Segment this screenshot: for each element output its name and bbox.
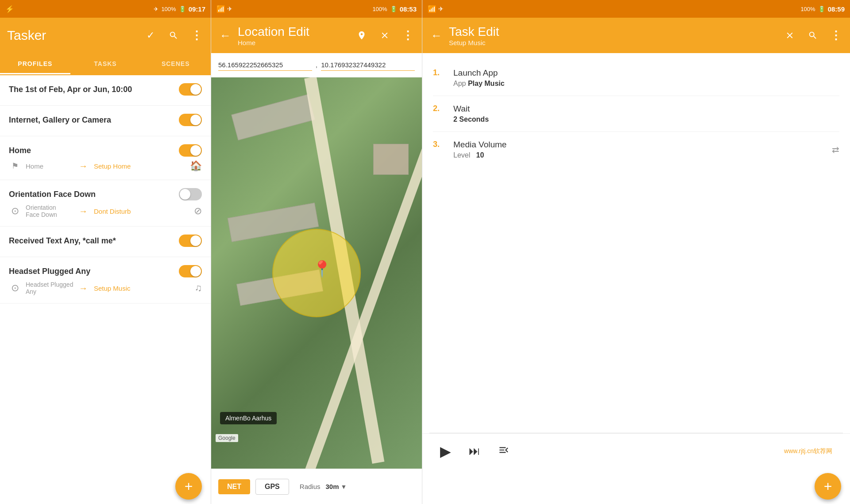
battery-text-1: 100%	[161, 6, 176, 12]
task-detail-value: Play Music	[468, 80, 505, 87]
search-icon-3[interactable]	[806, 28, 820, 42]
more-icon-2[interactable]: ⋮	[401, 28, 415, 42]
battery-text-3: 100%	[800, 6, 815, 12]
task-detail-value: 2 Seconds	[453, 115, 489, 123]
playlist-icon: ♫	[195, 282, 202, 294]
flag-icon: ⚑	[9, 161, 21, 171]
home-icon: 🏠	[190, 160, 202, 172]
task-item[interactable]: 2. Wait 2 Seconds	[422, 96, 850, 131]
fab-area-3: +	[422, 469, 850, 504]
profile-name: Received Text Any, *call me*	[9, 236, 116, 246]
tab-tasks[interactable]: TASKS	[70, 53, 141, 74]
time-2: 08:53	[400, 5, 417, 13]
panel-tasker: ⚡ ✈ 100% 🔋 09:17 Tasker ✓ ⋮ PROFILES TAS…	[0, 0, 211, 504]
task-detail-prefix: Level	[453, 151, 470, 159]
profile-name: Home	[9, 146, 31, 155]
list-item[interactable]: Home ⚑ Home → Setup Home 🏠	[0, 136, 211, 180]
task-title: Wait	[453, 104, 839, 114]
toggle-profile-3[interactable]	[179, 144, 202, 157]
status-bar-right-2: 100% 🔋 08:53	[372, 5, 417, 13]
list-item[interactable]: Internet, Gallery or Camera	[0, 106, 211, 136]
status-bar-left-2: 📶 ✈	[216, 5, 369, 13]
status-bar-3: 📶 ✈ 100% 🔋 08:59	[422, 0, 850, 18]
map-view[interactable]: 📍 AlmenBo Aarhus Google	[211, 77, 422, 469]
task-title: Media Volume	[453, 140, 825, 150]
status-bar-right-1: ✈ 100% 🔋 09:17	[154, 5, 205, 13]
location-pin: 📍	[312, 260, 332, 278]
google-label: Google	[216, 434, 238, 442]
net-button[interactable]: NET	[218, 479, 250, 494]
close-icon-2[interactable]	[378, 28, 392, 42]
add-task-button[interactable]: +	[815, 473, 841, 500]
battery-icon-3: 🔋	[818, 6, 825, 12]
back-button-3[interactable]: ←	[429, 28, 444, 42]
lat-input[interactable]	[218, 59, 312, 71]
swap-icon: ⇄	[832, 144, 839, 155]
app-bar-2: ← Location Edit Home ⋮	[211, 18, 422, 53]
arrow-icon: →	[79, 161, 88, 171]
playlist-button[interactable]	[498, 444, 510, 458]
app-bar-icons-3: ⋮	[783, 28, 843, 42]
toggle-profile-4[interactable]	[179, 188, 202, 200]
location-pin-icon[interactable]	[355, 28, 369, 42]
title-group-2: Location Edit Home	[238, 25, 355, 46]
more-icon-3[interactable]: ⋮	[829, 28, 843, 42]
playback-bar: ▶ ⏭ www.rjtj.cn软荐网	[422, 433, 850, 469]
back-button-2[interactable]: ←	[218, 28, 232, 42]
task-list: 1. Launch App App Play Music 2. Wait 2 S…	[422, 53, 850, 433]
list-item[interactable]: The 1st of Feb, Apr or Jun, 10:00	[0, 75, 211, 106]
check-icon[interactable]: ✓	[143, 28, 158, 42]
more-icon-1[interactable]: ⋮	[189, 28, 204, 42]
tabs-bar: PROFILES TASKS SCENES	[0, 53, 211, 75]
app-title: Tasker	[7, 28, 143, 43]
play-button[interactable]: ▶	[440, 443, 451, 460]
profile-name: Headset Plugged Any	[9, 267, 90, 276]
airplane-icon-3: ✈	[438, 5, 444, 12]
profile-detail-label: OrientationFace Down	[26, 204, 74, 218]
task-title: Launch App	[453, 68, 839, 78]
task-number: 2.	[433, 104, 446, 113]
bolt-icon-1: ⚡	[5, 5, 14, 13]
time-1: 09:17	[189, 5, 205, 13]
list-item[interactable]: Received Text Any, *call me*	[0, 227, 211, 257]
close-icon-3[interactable]	[783, 28, 797, 42]
task-detail: App Play Music	[453, 80, 839, 88]
app-bar-icons-2: ⋮	[355, 28, 415, 42]
radius-dropdown[interactable]: 30m ▼	[326, 483, 347, 490]
task-item[interactable]: 3. Media Volume Level 10 ⇄	[422, 132, 850, 167]
task-edit-subtitle: Setup Music	[449, 39, 783, 46]
status-bar-left-3: 📶 ✈	[428, 5, 797, 13]
gps-button[interactable]: GPS	[255, 479, 289, 495]
tab-scenes[interactable]: SCENES	[140, 53, 211, 74]
toggle-profile-2[interactable]	[179, 114, 202, 126]
add-profile-button[interactable]: +	[175, 473, 202, 500]
status-bar-2: 📶 ✈ 100% 🔋 08:53	[211, 0, 422, 18]
task-item[interactable]: 1. Launch App App Play Music	[422, 60, 850, 96]
headset-icon: ⊙	[9, 282, 21, 294]
time-3: 08:59	[828, 5, 845, 13]
app-bar-1: Tasker ✓ ⋮	[0, 18, 211, 53]
panel-location: 📶 ✈ 100% 🔋 08:53 ← Location Edit Home	[211, 0, 422, 504]
next-button[interactable]: ⏭	[469, 444, 480, 458]
block-icon: ⊘	[194, 205, 202, 217]
search-icon-1[interactable]	[166, 28, 181, 42]
arrow-icon: →	[79, 283, 88, 293]
task-number: 3.	[433, 140, 446, 149]
profile-detail-label: Home	[26, 162, 74, 170]
list-item[interactable]: Orientation Face Down ⊙ OrientationFace …	[0, 180, 211, 227]
lng-input[interactable]	[321, 59, 415, 71]
tab-profiles[interactable]: PROFILES	[0, 53, 70, 74]
status-bar-right-3: 100% 🔋 08:59	[800, 5, 845, 13]
toggle-profile-6[interactable]	[179, 265, 202, 277]
title-group-3: Task Edit Setup Music	[449, 25, 783, 46]
location-bottom-bar: NET GPS Radius 30m ▼	[211, 469, 422, 504]
task-content: Launch App App Play Music	[453, 68, 839, 88]
battery-icon-2: 🔋	[390, 6, 397, 12]
fab-container-1: +	[0, 469, 211, 504]
list-item[interactable]: Headset Plugged Any ⊙ Headset PluggedAny…	[0, 257, 211, 304]
toggle-profile-5[interactable]	[179, 235, 202, 247]
task-detail: 2 Seconds	[453, 115, 839, 123]
toggle-profile-1[interactable]	[179, 83, 202, 96]
task-detail: Level 10	[453, 151, 825, 159]
watermark-text: www.rjtj.cn软荐网	[784, 447, 832, 455]
